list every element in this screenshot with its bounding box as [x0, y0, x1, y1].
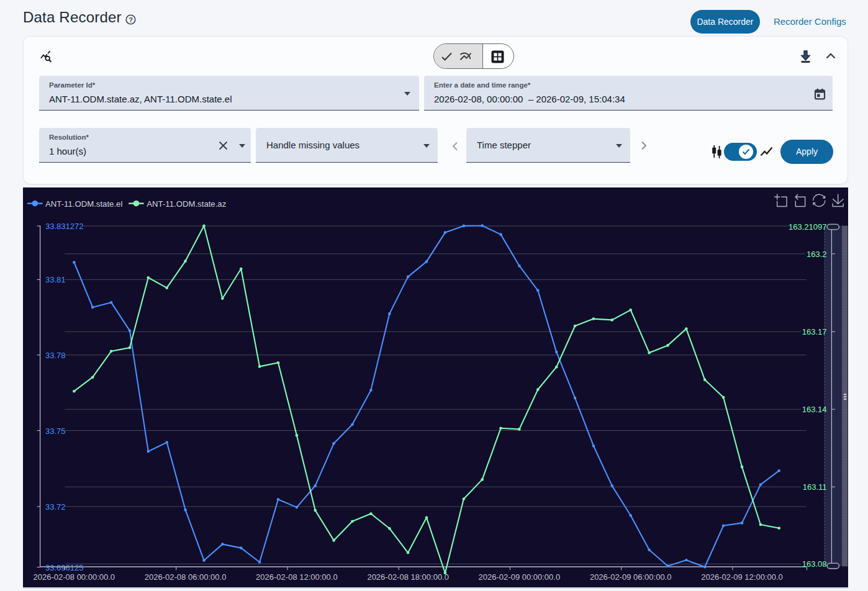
svg-text:ANT-11.ODM.state.el: ANT-11.ODM.state.el [45, 199, 122, 209]
svg-text:33.696125: 33.696125 [45, 563, 83, 572]
svg-text:163.17: 163.17 [802, 327, 827, 336]
svg-text:2026-02-08 18:00:00.0: 2026-02-08 18:00:00.0 [367, 572, 449, 582]
svg-text:2026-02-08 12:00:00.0: 2026-02-08 12:00:00.0 [256, 572, 338, 582]
svg-text:163.2: 163.2 [807, 250, 827, 259]
svg-text:163.08: 163.08 [802, 559, 827, 569]
svg-text:163.11: 163.11 [803, 482, 827, 492]
svg-text:163.21097: 163.21097 [789, 222, 826, 232]
svg-text:ANT-11.ODM.state.az: ANT-11.ODM.state.az [147, 199, 226, 209]
svg-text:2026-02-08 00:00:00.0: 2026-02-08 00:00:00.0 [34, 572, 115, 582]
svg-text:?: ? [129, 16, 133, 24]
svg-text:33.831272: 33.831272 [45, 222, 83, 231]
svg-text:2026-02-09 12:00:00.0: 2026-02-09 12:00:00.0 [701, 572, 783, 582]
svg-text:2026-02-08 06:00:00.0: 2026-02-08 06:00:00.0 [145, 572, 227, 582]
svg-text:33.75: 33.75 [45, 426, 66, 436]
svg-text:33.81: 33.81 [45, 275, 66, 284]
svg-text:2026-02-09 00:00:00.0: 2026-02-09 00:00:00.0 [479, 572, 561, 582]
svg-text:33.78: 33.78 [45, 351, 66, 360]
svg-text:163.14: 163.14 [802, 405, 827, 414]
svg-text:2026-02-09 06:00:00.0: 2026-02-09 06:00:00.0 [590, 572, 672, 582]
svg-text:33.72: 33.72 [45, 502, 66, 512]
